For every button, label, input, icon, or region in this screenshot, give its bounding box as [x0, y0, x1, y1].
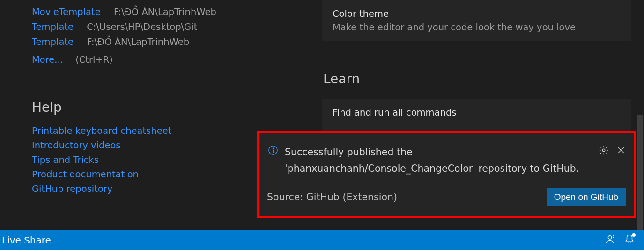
more-shortcut: (Ctrl+R): [75, 54, 113, 65]
find-commands-card[interactable]: Find and run all commands: [322, 99, 631, 135]
help-heading: Help: [32, 100, 318, 115]
recent-name[interactable]: MovieTemplate: [32, 7, 101, 17]
svg-point-4: [608, 235, 611, 239]
card-subtitle: Make the editor and your code look the w…: [333, 22, 621, 33]
color-theme-card[interactable]: Color theme Make the editor and your cod…: [322, 0, 631, 41]
feedback-icon[interactable]: [605, 234, 615, 247]
recent-item[interactable]: MovieTemplate F:\ĐỒ ÁN\LapTrinhWeb: [32, 5, 318, 20]
recent-path: F:\ĐỒ ÁN\LapTrinhWeb: [87, 37, 189, 47]
open-on-github-button[interactable]: Open on GitHub: [547, 188, 626, 206]
svg-point-3: [602, 149, 605, 152]
recent-path: C:\Users\HP\Desktop\Git: [87, 22, 197, 32]
recent-more-row: More... (Ctrl+R): [32, 54, 318, 65]
live-share-button[interactable]: Live Share: [2, 235, 51, 246]
recent-path: F:\ĐỒ ÁN\LapTrinhWeb: [114, 7, 216, 17]
more-link[interactable]: More...: [32, 54, 63, 65]
notification-source: Source: GitHub (Extension): [267, 191, 397, 203]
close-icon[interactable]: [616, 146, 626, 157]
card-title: Find and run all commands: [333, 107, 621, 118]
bell-icon[interactable]: [624, 234, 635, 247]
notification-message: Successfully published the 'phanxuanchan…: [285, 144, 599, 177]
svg-point-1: [273, 148, 274, 149]
notification-toast: Successfully published the 'phanxuanchan…: [257, 131, 636, 218]
gear-icon[interactable]: [599, 145, 609, 157]
scrollbar[interactable]: [637, 0, 643, 230]
info-icon: [268, 145, 279, 157]
scroll-thumb[interactable]: [637, 115, 643, 230]
status-bar: Live Share: [0, 230, 644, 250]
recent-name[interactable]: Template: [32, 22, 74, 32]
recent-item[interactable]: Template C:\Users\HP\Desktop\Git: [32, 20, 318, 35]
card-title: Color theme: [333, 8, 621, 19]
recent-item[interactable]: Template F:\ĐỒ ÁN\LapTrinhWeb: [32, 35, 318, 50]
learn-heading: Learn: [323, 71, 644, 87]
svg-rect-2: [273, 150, 274, 153]
recent-name[interactable]: Template: [32, 37, 74, 47]
